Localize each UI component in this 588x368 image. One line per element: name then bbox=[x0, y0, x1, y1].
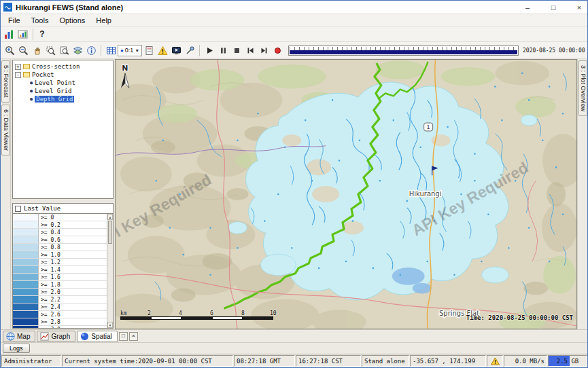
scale-tick: 10 bbox=[270, 310, 277, 316]
help-button[interactable]: ? bbox=[36, 27, 48, 41]
legend: >= 0 >= 0.2 >= 0.4 >= 0.6 >= 0.8 >= 1.0 … bbox=[12, 213, 114, 329]
grid-display-button[interactable] bbox=[104, 43, 118, 57]
reports-button[interactable] bbox=[16, 27, 30, 41]
globe-icon bbox=[6, 332, 15, 341]
legend-row: >= 0.4 bbox=[13, 229, 107, 236]
status-coordinates: -35.657 , 174.199 bbox=[410, 355, 486, 367]
tree-item-cross-section[interactable]: + Cross-section bbox=[15, 62, 113, 71]
animation-button[interactable] bbox=[169, 43, 183, 57]
close-button[interactable]: × bbox=[575, 3, 583, 12]
profile-tool-button[interactable] bbox=[183, 43, 196, 57]
menu-tools[interactable]: Tools bbox=[26, 16, 54, 25]
info-button[interactable] bbox=[84, 43, 98, 57]
stop-button[interactable] bbox=[230, 43, 243, 57]
forecast-manager-button[interactable] bbox=[3, 27, 16, 41]
zoom-box-button[interactable] bbox=[44, 43, 57, 57]
go-to-end-button[interactable] bbox=[257, 43, 271, 57]
legend-label: >= 0.4 bbox=[39, 229, 60, 236]
tab-map[interactable]: Map bbox=[3, 331, 35, 342]
legend-swatch bbox=[13, 236, 39, 243]
separator bbox=[33, 29, 33, 40]
view-tab-bar: Map Graph Spatial □ × bbox=[1, 329, 587, 342]
legend-label: >= 0.8 bbox=[39, 244, 60, 251]
pause-button[interactable] bbox=[216, 43, 230, 57]
logs-button[interactable]: Logs bbox=[3, 344, 30, 353]
last-value-checkbox[interactable] bbox=[15, 206, 21, 212]
go-to-start-button[interactable] bbox=[243, 43, 257, 57]
collapse-icon[interactable]: - bbox=[15, 72, 21, 78]
legend-row: >= 0.8 bbox=[13, 244, 107, 251]
tree-item-pocket[interactable]: - Pocket bbox=[15, 71, 113, 79]
legend-row: >= 0.6 bbox=[13, 236, 107, 244]
scale-tick: 8 bbox=[241, 310, 245, 316]
menu-options[interactable]: Options bbox=[54, 16, 90, 25]
zoom-extent-button[interactable] bbox=[57, 43, 71, 57]
legend-swatch bbox=[13, 303, 39, 310]
hand-icon bbox=[32, 45, 42, 56]
tree-item-depth-grid[interactable]: ● Depth Grid bbox=[15, 95, 113, 103]
record-icon bbox=[273, 46, 282, 55]
minimize-button[interactable]: – bbox=[523, 3, 532, 12]
scrollbar-thumb[interactable] bbox=[108, 221, 112, 244]
status-cst-time: 16:27:18 CST bbox=[296, 355, 361, 367]
node-bullet-icon: ● bbox=[30, 80, 33, 86]
sphere-icon bbox=[80, 332, 89, 341]
bar-chart-icon bbox=[4, 29, 15, 39]
scale-tick: 6 bbox=[210, 310, 213, 316]
tree-item-level-point[interactable]: ● Level Point bbox=[15, 79, 113, 87]
layer-tree: + Cross-section - Pocket ● Level Point ●… bbox=[12, 60, 114, 199]
timeline-slider[interactable] bbox=[288, 45, 519, 56]
legend-row: >= 2.4 bbox=[13, 303, 107, 311]
tab-graph[interactable]: Graph bbox=[37, 331, 75, 342]
layers-button[interactable] bbox=[71, 43, 84, 57]
grid-icon bbox=[106, 45, 116, 56]
legend-label: >= 2.6 bbox=[39, 311, 60, 318]
app-logo-icon bbox=[3, 3, 12, 12]
panel-close-button[interactable]: × bbox=[129, 332, 138, 341]
layer-scale-dropdown[interactable]: ● 0:1 ▼ bbox=[118, 45, 142, 56]
legend-scrollbar[interactable]: ▲ ▼ bbox=[107, 214, 113, 328]
tab-plot-overview[interactable]: 3 : Plot Overview bbox=[578, 60, 587, 116]
legend-swatch bbox=[13, 229, 39, 236]
play-button[interactable] bbox=[203, 43, 216, 57]
scroll-up-icon[interactable]: ▲ bbox=[107, 214, 113, 220]
legend-row: >= 1.4 bbox=[13, 266, 107, 274]
tree-item-label: Level Point bbox=[35, 79, 75, 86]
zoom-in-button[interactable] bbox=[3, 43, 16, 57]
legend-label: >= 1.2 bbox=[39, 259, 60, 265]
zoom-out-button[interactable] bbox=[16, 43, 30, 57]
logs-row: Logs bbox=[1, 342, 587, 354]
pan-button[interactable] bbox=[30, 43, 44, 57]
legend-doc-icon bbox=[144, 45, 154, 56]
menu-help[interactable]: Help bbox=[90, 16, 117, 25]
current-time-display: 2020-08-25 00:00:00 CST bbox=[523, 48, 585, 54]
legend-label: >= 0 bbox=[39, 214, 54, 221]
scroll-down-icon[interactable]: ▼ bbox=[107, 322, 113, 328]
legend-swatch bbox=[13, 244, 39, 251]
maximize-button[interactable]: □ bbox=[549, 3, 557, 12]
expand-icon[interactable]: + bbox=[15, 64, 21, 70]
tree-item-level-grid[interactable]: ● Level Grid bbox=[15, 87, 113, 95]
legend-swatch bbox=[13, 251, 39, 258]
tab-forecast[interactable]: 5 : Forecast bbox=[1, 60, 10, 103]
legend-swatch bbox=[13, 274, 39, 280]
thresholds-button[interactable] bbox=[156, 43, 169, 57]
stop-icon bbox=[232, 46, 241, 55]
zoom-out-icon bbox=[18, 45, 29, 56]
skip-to-end-icon bbox=[260, 46, 269, 55]
legend-swatch bbox=[13, 289, 39, 295]
map-view[interactable]: 1 N Hikurangi Springs Flat API Key Requi… bbox=[115, 59, 577, 329]
menu-file[interactable]: File bbox=[3, 16, 26, 25]
legend-toggle-button[interactable] bbox=[142, 43, 156, 57]
status-warning[interactable] bbox=[487, 355, 503, 367]
line-chart-icon bbox=[40, 332, 49, 341]
legend-swatch bbox=[13, 214, 39, 221]
tab-spatial[interactable]: Spatial bbox=[77, 331, 118, 342]
map-label-town: Hikurangi bbox=[409, 190, 442, 198]
panel-maximize-button[interactable]: □ bbox=[119, 332, 128, 341]
tab-data-viewer[interactable]: 6 : Data Viewer bbox=[1, 105, 10, 155]
chevron-down-icon: ▼ bbox=[135, 48, 139, 53]
road-shield: 1 bbox=[424, 123, 433, 131]
legend-label: >= 2.0 bbox=[39, 289, 60, 295]
record-button[interactable] bbox=[271, 43, 284, 57]
